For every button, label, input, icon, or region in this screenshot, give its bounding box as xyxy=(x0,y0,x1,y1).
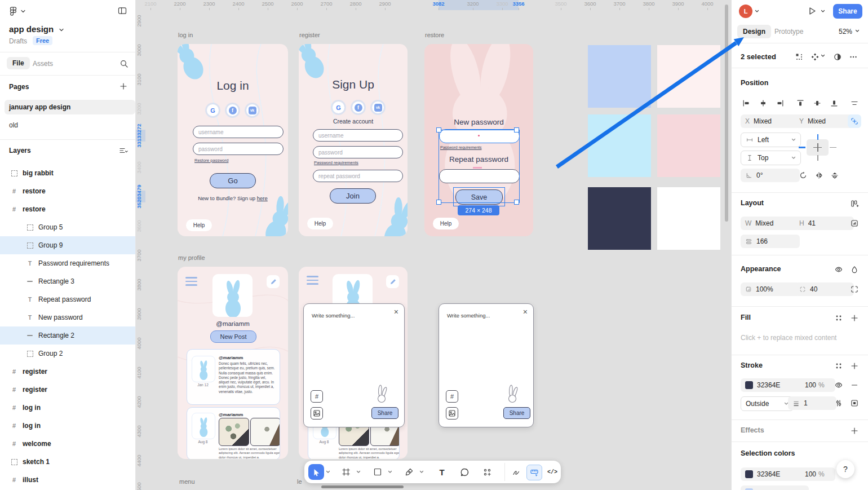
save-button[interactable]: Save xyxy=(455,189,503,205)
rotation-input[interactable]: 0° xyxy=(741,169,800,182)
big-rabbit-illustration[interactable] xyxy=(424,44,533,210)
new-post-button[interactable]: New Post xyxy=(210,330,256,343)
post-card[interactable]: Aug 8 @mariamm Lorem ipsum dolor sit ame… xyxy=(187,407,280,459)
pen-tool-chevron-icon[interactable] xyxy=(419,470,424,474)
composer-modal[interactable]: Write something... × # Share xyxy=(439,303,534,427)
page-item-january-app-design[interactable]: january app design xyxy=(5,100,135,114)
palette-swatch[interactable] xyxy=(588,45,651,108)
layer-row-restore[interactable]: #restore xyxy=(0,200,135,218)
layer-row-log-in[interactable]: #log in xyxy=(0,417,135,435)
breadcrumb-location[interactable]: Drafts xyxy=(9,37,27,45)
add-page-button[interactable] xyxy=(119,82,128,91)
stroke-weight-input[interactable]: 1 xyxy=(788,396,836,410)
login-title[interactable]: Log in xyxy=(178,79,288,92)
main-menu-button[interactable] xyxy=(8,6,19,16)
new-password-label[interactable]: New password xyxy=(424,118,533,126)
layer-row-rectangle-2[interactable]: Rectangle 2 xyxy=(0,326,135,345)
hamburger-menu-icon[interactable] xyxy=(307,276,318,285)
hashtag-button[interactable]: # xyxy=(311,390,323,403)
stroke-visibility-button[interactable] xyxy=(832,378,845,392)
align-v-center-button[interactable] xyxy=(811,96,824,110)
vk-signup-button[interactable]: vk xyxy=(372,101,384,113)
stroke-color-input[interactable]: 32364E xyxy=(741,378,809,392)
composer-placeholder[interactable]: Write something... xyxy=(447,312,490,319)
vertical-constraint-dropdown[interactable]: Top xyxy=(741,151,801,165)
layer-row-illust[interactable]: #illust xyxy=(0,471,135,489)
layer-row-repeat-password[interactable]: TRepeat password xyxy=(0,290,135,308)
login-frame[interactable]: Log in G f vk username password Restore … xyxy=(178,44,288,236)
shape-tool-chevron-icon[interactable] xyxy=(388,470,392,474)
vk-login-button[interactable]: vk xyxy=(246,104,258,116)
facebook-signup-button[interactable]: f xyxy=(352,101,364,113)
layer-row-new-password[interactable]: TNew password xyxy=(0,308,135,326)
independent-corners-button[interactable] xyxy=(848,282,861,296)
add-stroke-button[interactable] xyxy=(848,359,861,373)
palette-swatch[interactable] xyxy=(588,114,651,177)
help-button[interactable]: ? xyxy=(836,460,854,478)
constraint-left-on[interactable] xyxy=(799,147,805,148)
present-button[interactable] xyxy=(807,6,817,16)
layer-row-big-rabbit[interactable]: big rabbit xyxy=(0,164,135,182)
add-fill-button[interactable] xyxy=(848,311,861,325)
align-h-center-button[interactable] xyxy=(756,96,770,110)
component-set-button[interactable] xyxy=(792,50,806,64)
stroke-per-side-button[interactable] xyxy=(848,396,861,410)
frame-label-menu[interactable]: menu xyxy=(179,478,195,485)
layer-row-group-2[interactable]: Group 2 xyxy=(0,345,135,363)
layer-row-register[interactable]: #register xyxy=(0,363,135,381)
stroke-color-chip[interactable] xyxy=(745,381,753,389)
selection-color-opacity-input[interactable]: 100 % xyxy=(801,467,835,481)
pages-header[interactable]: Pages xyxy=(9,83,29,91)
more-options-button[interactable] xyxy=(847,50,860,64)
edit-profile-button[interactable] xyxy=(386,275,399,288)
add-image-button[interactable] xyxy=(311,407,323,420)
signup-here-link[interactable]: here xyxy=(257,195,268,201)
annotate-mode-button[interactable] xyxy=(526,465,542,480)
component-chevron-icon[interactable] xyxy=(821,54,825,58)
layer-row-group-9[interactable]: Group 9 xyxy=(0,236,135,254)
palette-swatch[interactable] xyxy=(588,187,651,250)
frame-label-partial[interactable]: le xyxy=(297,478,302,485)
join-button[interactable]: Join xyxy=(330,188,376,204)
repeat-password-input[interactable]: repeat password xyxy=(313,170,403,182)
selection-color-chip[interactable] xyxy=(745,470,753,478)
profile-handle[interactable]: @mariamm xyxy=(178,320,288,327)
gap-input[interactable]: 166 xyxy=(741,235,800,248)
comment-tool-button[interactable] xyxy=(457,464,472,480)
help-button[interactable]: Help xyxy=(186,219,212,231)
frame-tool-button[interactable] xyxy=(338,464,354,480)
y-position-input[interactable]: Y Mixed xyxy=(795,114,854,128)
hamburger-menu-icon[interactable] xyxy=(185,277,197,286)
present-chevron-icon[interactable] xyxy=(821,10,825,13)
tab-prototype[interactable]: Prototype xyxy=(774,28,803,36)
password-requirements-link[interactable]: Password requirements xyxy=(314,160,358,165)
selection-handle-nw[interactable] xyxy=(436,127,441,133)
register-frame[interactable]: Sign Up G f vk Create account username p… xyxy=(299,44,408,236)
selection-color-input[interactable]: 32364E xyxy=(741,467,809,481)
horizontal-scrollbar[interactable] xyxy=(321,485,404,488)
chevron-down-icon[interactable] xyxy=(20,9,26,14)
text-tool-button[interactable]: T xyxy=(434,464,450,480)
file-title-chevron-icon[interactable] xyxy=(59,28,64,32)
move-tool-chevron-icon[interactable] xyxy=(326,470,330,474)
x-position-input[interactable]: X Mixed xyxy=(741,114,800,128)
file-title[interactable]: app design xyxy=(9,24,54,34)
vertical-scrollbar[interactable] xyxy=(725,5,728,222)
palette-swatch[interactable] xyxy=(657,187,720,250)
create-component-button[interactable] xyxy=(808,50,822,64)
google-login-button[interactable]: G xyxy=(207,104,219,116)
close-icon[interactable]: × xyxy=(394,307,398,316)
repeat-password-input[interactable] xyxy=(439,169,520,183)
height-input[interactable]: H 41 xyxy=(795,217,854,230)
google-signup-button[interactable]: G xyxy=(333,101,344,113)
password-input[interactable]: password xyxy=(193,143,284,155)
constraint-bottom-off[interactable] xyxy=(817,155,818,161)
tab-assets[interactable]: Assets xyxy=(33,60,53,68)
restore-password-link[interactable]: Restore password xyxy=(194,158,228,163)
fill-styles-button[interactable] xyxy=(832,311,845,325)
profile-frame[interactable]: @mariamm New Post Jan 12 @mariamm Donec … xyxy=(178,267,288,459)
close-icon[interactable]: × xyxy=(523,307,528,316)
horizontal-constraint-dropdown[interactable]: Left xyxy=(741,133,801,147)
palette-swatch[interactable] xyxy=(657,114,720,177)
username-input[interactable]: username xyxy=(193,126,284,138)
